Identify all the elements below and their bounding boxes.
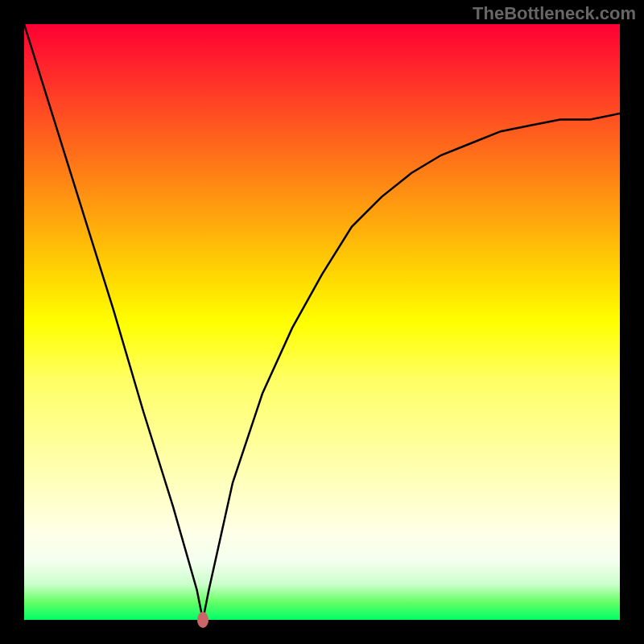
- watermark-text: TheBottleneck.com: [473, 3, 636, 24]
- chart-marker-dot: [197, 612, 208, 628]
- chart-curve: [24, 24, 620, 620]
